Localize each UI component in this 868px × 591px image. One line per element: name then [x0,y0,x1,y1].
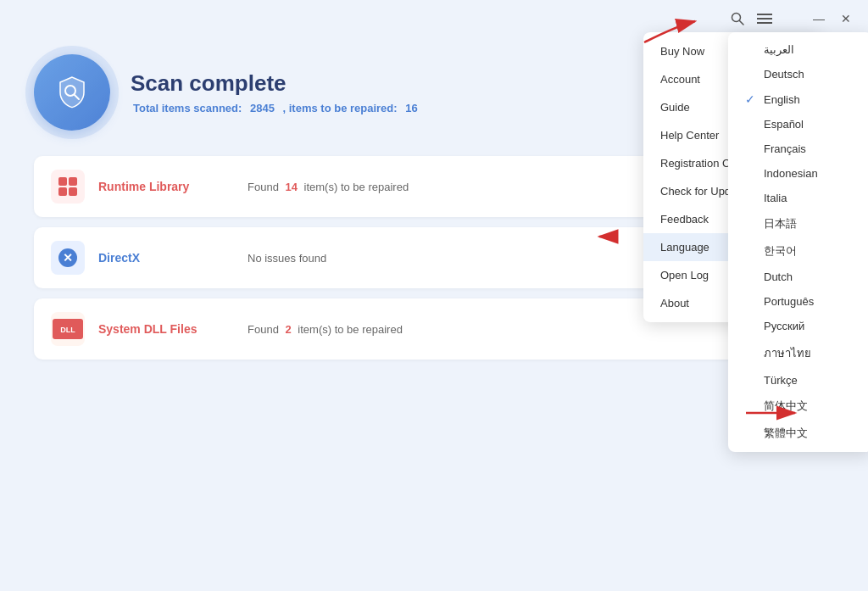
lang-item-deutsch[interactable]: Deutsch [728,62,868,86]
menu-item-about-label: About [660,297,689,309]
menu-item-open-log-label: Open Log [660,269,709,282]
svg-text:✕: ✕ [63,251,73,265]
menu-item-language-label: Language [660,241,709,254]
lang-item-thai[interactable]: ภาษาไทย [728,338,868,368]
minimize-button[interactable]: — [807,7,831,31]
svg-rect-8 [69,177,77,186]
app-window: — ✕ Scan complete Total items scanned: [0,0,868,591]
lang-label-korean: 한국어 [764,243,797,259]
lang-label-simplified-chinese: 简体中文 [764,399,808,414]
scan-icon-circle [34,54,110,131]
close-button[interactable]: ✕ [834,7,858,31]
header-left: Scan complete Total items scanned: 2845 … [34,54,420,131]
search-icon[interactable] [727,8,748,29]
system-dll-icon: DLL [51,312,85,346]
lang-item-japanese[interactable]: 日本語 [728,210,868,237]
svg-text:DLL: DLL [60,326,75,334]
lang-label-russian: Русский [764,320,804,332]
svg-rect-10 [69,187,77,196]
menu-item-buy-now-label: Buy Now [660,45,704,58]
lang-label-arabic: العربية [764,43,794,56]
header-text: Scan complete Total items scanned: 2845 … [131,70,420,114]
lang-label-deutsch: Deutsch [764,68,804,81]
lang-check-english: ✓ [745,92,757,106]
menu-item-help-center-label: Help Center [660,129,719,142]
runtime-library-icon [51,170,85,204]
lang-item-indonesian[interactable]: Indonesian [728,161,868,186]
lang-item-portuguese[interactable]: Português [728,289,868,314]
menu-item-guide-label: Guide [660,101,690,114]
lang-label-english: English [764,93,800,106]
svg-rect-7 [58,177,67,186]
lang-item-italia[interactable]: Italia [728,186,868,210]
runtime-library-label: Runtime Library [98,180,234,193]
scan-stats: Total items scanned: 2845 , items to be … [131,102,420,114]
scan-complete-title: Scan complete [131,70,420,97]
menu-item-account-label: Account [660,73,700,86]
menu-icon[interactable] [754,8,775,29]
shield-search-icon [53,74,91,111]
lang-label-turkish: Türkçe [764,374,798,387]
lang-label-francais: Français [764,142,806,155]
svg-line-1 [740,21,744,25]
lang-label-portuguese: Português [764,295,814,308]
lang-item-dutch[interactable]: Dutch [728,265,868,289]
lang-label-dutch: Dutch [764,270,793,283]
language-submenu: العربيةDeutsch✓EnglishEspañolFrançaisInd… [728,32,868,452]
system-dll-label: System DLL Files [98,322,234,336]
lang-label-espanol: Español [764,118,804,131]
system-dll-status: Found 2 item(s) to be repaired [248,323,793,336]
menu-item-feedback-label: Feedback [660,213,709,226]
lang-item-traditional-chinese[interactable]: 繁體中文 [728,420,868,447]
lang-item-english[interactable]: ✓English [728,86,868,112]
lang-label-indonesian: Indonesian [764,167,818,180]
lang-item-espanol[interactable]: Español [728,112,868,137]
lang-item-korean[interactable]: 한국어 [728,237,868,265]
lang-item-francais[interactable]: Français [728,137,868,161]
lang-item-russian[interactable]: Русский [728,314,868,338]
lang-item-turkish[interactable]: Türkçe [728,368,868,393]
title-bar-controls: — ✕ [807,7,858,31]
title-bar-icons [727,8,775,29]
lang-item-simplified-chinese[interactable]: 简体中文 [728,393,868,420]
lang-item-arabic[interactable]: العربية [728,37,868,62]
lang-label-thai: ภาษาไทย [764,344,811,362]
lang-label-traditional-chinese: 繁體中文 [764,426,808,441]
directx-icon: ✕ [51,241,85,275]
lang-label-italia: Italia [764,192,787,204]
lang-label-japanese: 日本語 [764,216,797,231]
svg-rect-9 [58,187,67,196]
directx-label: DirectX [98,251,234,265]
